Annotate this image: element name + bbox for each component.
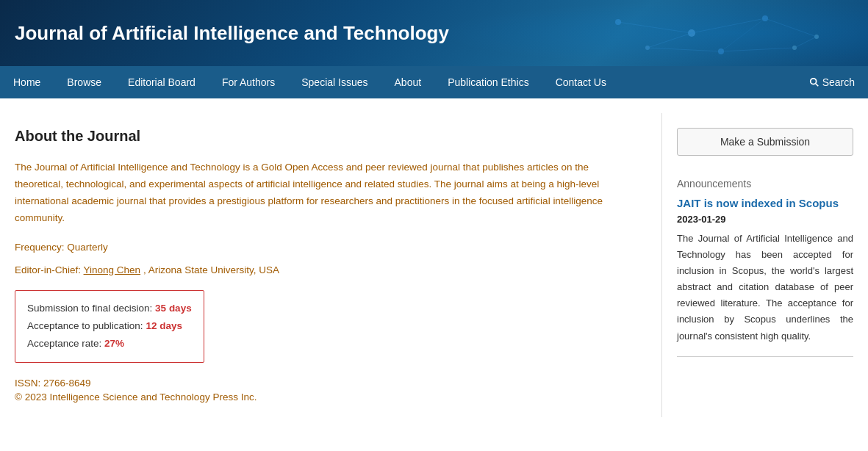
issn-line: ISSN: 2766-8649: [15, 378, 639, 389]
frequency-label-text: Frequency:: [15, 242, 65, 253]
submission-label: Submission to final decision:: [27, 303, 152, 314]
nav-home[interactable]: Home: [0, 66, 54, 98]
announcement-date: 2023-01-29: [677, 214, 853, 225]
submission-stat: Submission to final decision: 35 days: [27, 300, 192, 317]
frequency-line: Frequency: Quarterly: [15, 242, 639, 253]
make-submission-button[interactable]: Make a Submission: [677, 128, 853, 156]
nav-contact-us[interactable]: Contact Us: [542, 66, 620, 98]
announcement-body: The Journal of Artificial Intelligence a…: [677, 231, 853, 344]
main-content: About the Journal The Journal of Artific…: [0, 113, 662, 417]
nav-editorial-board[interactable]: Editorial Board: [115, 66, 209, 98]
svg-line-7: [618, 22, 692, 33]
svg-line-8: [692, 18, 765, 33]
acceptance-pub-value: 12 days: [146, 320, 182, 331]
editor-affiliation: ,: [143, 264, 148, 275]
page-title: About the Journal: [15, 128, 639, 145]
editor-line: Editor-in-Chief: Yinong Chen , Arizona S…: [15, 264, 639, 275]
svg-line-16: [815, 84, 818, 87]
frequency-value: Quarterly: [67, 242, 108, 253]
svg-line-13: [721, 18, 765, 51]
copyright-line: © 2023 Intelligence Science and Technolo…: [15, 392, 639, 403]
copyright-text: © 2023 Intelligence Science and Technolo…: [15, 392, 257, 403]
nav-search[interactable]: Search: [796, 66, 868, 98]
acceptance-pub-label: Acceptance to publication:: [27, 320, 143, 331]
announcement-heading[interactable]: JAIT is now indexed in Scopus: [677, 197, 853, 209]
search-icon: [809, 77, 819, 87]
nav-browse[interactable]: Browse: [54, 66, 115, 98]
acceptance-pub-stat: Acceptance to publication: 12 days: [27, 317, 192, 335]
submission-value: 35 days: [155, 303, 192, 314]
intro-paragraph: The Journal of Artificial Intelligence a…: [15, 159, 639, 227]
header-decoration: [559, 7, 853, 59]
svg-line-14: [795, 37, 817, 48]
nav-about[interactable]: About: [381, 66, 435, 98]
sidebar-divider: [677, 356, 853, 357]
issn-label: ISSN:: [15, 378, 40, 389]
svg-line-9: [765, 18, 817, 37]
site-header: Journal of Artificial Intelligence and T…: [0, 0, 868, 66]
editor-name[interactable]: Yinong Chen: [84, 264, 141, 275]
nav-for-authors[interactable]: For Authors: [209, 66, 288, 98]
svg-point-15: [810, 79, 816, 84]
nav-publication-ethics[interactable]: Publication Ethics: [434, 66, 542, 98]
announcements-title: Announcements: [677, 178, 853, 190]
svg-line-12: [721, 48, 795, 51]
svg-line-10: [648, 33, 692, 48]
stats-box: Submission to final decision: 35 days Ac…: [15, 290, 204, 363]
acceptance-rate-value: 27%: [104, 338, 124, 349]
svg-line-11: [648, 48, 721, 51]
nav-special-issues[interactable]: Special Issues: [288, 66, 381, 98]
acceptance-rate-stat: Acceptance rate: 27%: [27, 335, 192, 353]
content-wrapper: About the Journal The Journal of Artific…: [0, 98, 868, 432]
main-nav: Home Browse Editorial Board For Authors …: [0, 66, 868, 98]
editor-label-text: Editor-in-Chief:: [15, 264, 81, 275]
site-title: Journal of Artificial Intelligence and T…: [15, 22, 449, 45]
acceptance-rate-label: Acceptance rate:: [27, 338, 101, 349]
sidebar: Make a Submission Announcements JAIT is …: [662, 113, 868, 417]
